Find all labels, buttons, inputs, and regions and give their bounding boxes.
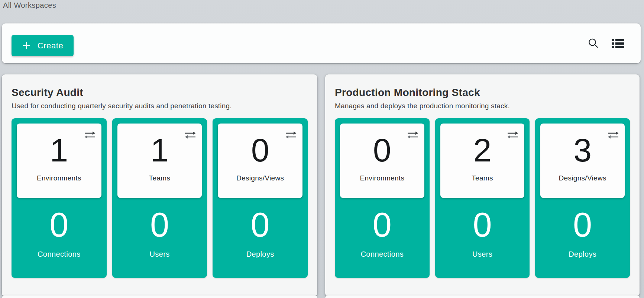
stat-value: 0	[251, 208, 270, 242]
stat-tiles: 1 Environments 0 Connections	[12, 118, 308, 278]
stat-tile-top: 2 Teams	[440, 124, 525, 198]
flip-card-button[interactable]	[608, 131, 619, 139]
flip-card-button[interactable]	[407, 131, 418, 139]
stat-value: 0	[373, 134, 391, 167]
stat-tile-bottom: 0 Users	[117, 198, 202, 273]
swap-arrows-icon	[84, 131, 96, 139]
stat-value: 0	[573, 208, 592, 242]
workspace-name: Security Audit	[12, 87, 308, 99]
stat-label: Deploys	[569, 250, 596, 259]
stat-value: 0	[251, 134, 269, 167]
toolbar-icons	[586, 23, 625, 63]
flip-card-button[interactable]	[285, 131, 297, 139]
swap-arrows-icon	[407, 131, 418, 139]
stat-value: 0	[473, 208, 492, 242]
swap-arrows-icon	[285, 131, 297, 139]
stat-tile-bottom: 0 Deploys	[218, 198, 302, 273]
stat-tile-teams-users[interactable]: 1 Teams 0 Users	[112, 118, 207, 278]
plus-icon	[22, 41, 31, 50]
stat-value: 1	[50, 134, 68, 167]
stat-label: Users	[472, 250, 492, 259]
create-workspace-button[interactable]: Create	[12, 35, 74, 56]
stat-label: Connections	[361, 250, 404, 259]
stat-value: 3	[573, 134, 592, 167]
stat-tile-designs-deploys[interactable]: 0 Designs/Views 0 Deploys	[213, 118, 308, 278]
stat-label: Designs/Views	[559, 174, 606, 182]
stat-value: 0	[373, 208, 392, 242]
workspace-name: Production Monitoring Stack	[335, 87, 630, 99]
flip-card-button[interactable]	[185, 131, 196, 139]
stat-tiles: 0 Environments 0 Connections	[335, 118, 630, 278]
swap-arrows-icon	[507, 131, 518, 139]
stat-tile-designs-deploys[interactable]: 3 Designs/Views 0 Deploys	[535, 118, 630, 278]
stat-tile-top: 1 Teams	[117, 124, 202, 198]
flip-card-button[interactable]	[507, 131, 518, 139]
stat-tile-top: 3 Designs/Views	[540, 124, 625, 198]
next-row-card-edge	[325, 295, 640, 298]
stat-value: 2	[473, 134, 492, 167]
search-icon	[587, 37, 599, 49]
stat-label: Environments	[37, 174, 81, 182]
workspace-card-security-audit[interactable]: Security Audit Used for conducting quart…	[2, 74, 317, 297]
next-row-card-edge	[2, 295, 317, 298]
workspace-description: Used for conducting quarterly security a…	[12, 102, 308, 110]
stat-tile-bottom: 0 Deploys	[540, 198, 625, 273]
page-title: All Workspaces	[3, 1, 56, 10]
stat-value: 0	[49, 208, 68, 242]
workspace-card-production-monitoring-stack[interactable]: Production Monitoring Stack Manages and …	[325, 74, 640, 297]
stat-tile-top: 0 Designs/Views	[218, 124, 302, 198]
stat-tile-top: 0 Environments	[340, 124, 424, 198]
stat-tile-environments-connections[interactable]: 0 Environments 0 Connections	[335, 118, 430, 278]
flip-card-button[interactable]	[84, 131, 96, 139]
stat-label: Teams	[149, 174, 170, 182]
stat-tile-environments-connections[interactable]: 1 Environments 0 Connections	[12, 118, 107, 278]
stat-value: 0	[150, 208, 169, 242]
stat-label: Teams	[472, 174, 493, 182]
list-view-icon	[612, 38, 624, 49]
stat-value: 1	[151, 134, 169, 167]
swap-arrows-icon	[185, 131, 196, 139]
search-button[interactable]	[586, 36, 600, 50]
stat-tile-bottom: 0 Connections	[340, 198, 424, 273]
stat-label: Deploys	[246, 250, 274, 259]
stat-label: Environments	[360, 174, 404, 182]
stat-tile-teams-users[interactable]: 2 Teams 0 Users	[435, 118, 530, 278]
workspace-cards-row: Security Audit Used for conducting quart…	[2, 74, 640, 297]
workspace-description: Manages and deploys the production monit…	[335, 102, 630, 110]
swap-arrows-icon	[608, 131, 619, 139]
stat-label: Designs/Views	[236, 174, 284, 182]
stat-tile-top: 1 Environments	[17, 124, 101, 198]
stat-tile-bottom: 0 Users	[440, 198, 525, 273]
stat-label: Users	[149, 250, 169, 259]
list-view-button[interactable]	[611, 37, 625, 50]
workspaces-toolbar: Create	[2, 23, 641, 63]
stat-tile-bottom: 0 Connections	[17, 198, 101, 273]
create-button-label: Create	[38, 41, 64, 51]
stat-label: Connections	[38, 250, 81, 259]
